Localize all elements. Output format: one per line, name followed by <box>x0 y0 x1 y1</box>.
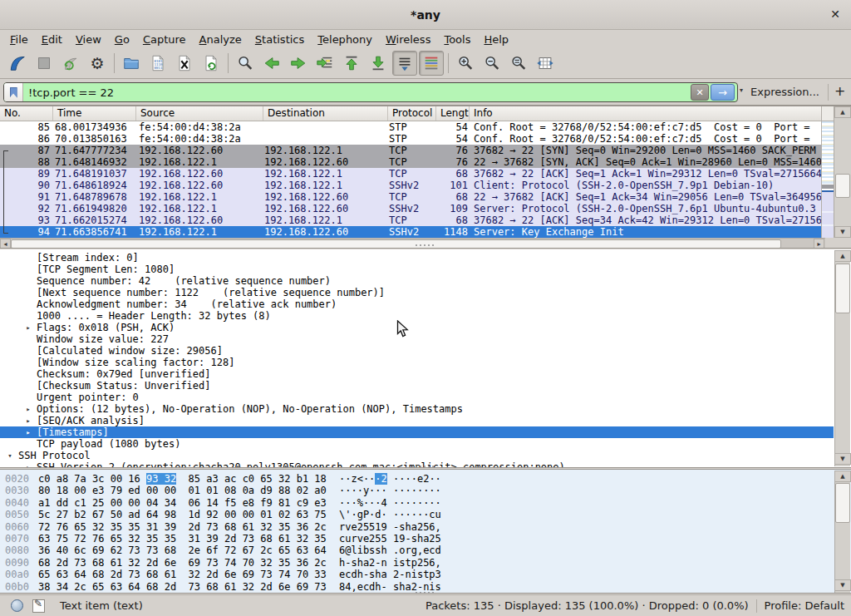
menu-item-tools[interactable]: Tools <box>437 32 477 47</box>
save-file-button[interactable]: 010111100011 <box>145 51 170 76</box>
detail-line[interactable]: [Calculated window size: 29056] <box>0 345 834 357</box>
packet-list-vscrollbar[interactable]: ▲ ▼ <box>834 106 851 238</box>
tree-toggle-icon[interactable]: ▸ <box>23 403 33 415</box>
reload-file-button[interactable] <box>199 51 224 76</box>
hex-row[interactable]: 006072 76 65 32 35 35 31 39 2d 73 68 61 … <box>0 521 441 533</box>
expression-button[interactable]: Expression... <box>750 86 819 98</box>
hex-row[interactable]: 0040a1 dd c1 25 00 00 04 34 06 14 f5 e8 … <box>0 497 441 509</box>
zoom-original-button[interactable] <box>506 51 531 76</box>
detail-line[interactable]: ▾SSH Protocol <box>0 450 834 461</box>
go-forward-button[interactable] <box>286 51 311 76</box>
scroll-up-icon[interactable]: ▲ <box>834 106 851 118</box>
column-header-time[interactable]: Time <box>53 106 136 121</box>
packet-list-hscrollbar[interactable]: ◂ ▸ <box>0 238 825 249</box>
hex-row[interactable]: 0020c0 a8 7a 3c 00 16 93 32 85 a3 ac c0 … <box>0 473 441 485</box>
add-filter-button[interactable]: + <box>834 83 845 99</box>
restart-capture-button[interactable] <box>58 51 83 76</box>
tree-toggle-icon[interactable]: ▸ <box>23 426 33 438</box>
packet-row[interactable]: 8771.647777234192.168.122.60192.168.122.… <box>0 145 821 156</box>
packet-list-header[interactable]: No. Time Source Destination Protocol Len… <box>0 106 821 121</box>
detail-line[interactable]: [Window size scaling factor: 128] <box>0 357 834 368</box>
detail-line[interactable]: 1000 .... = Header Length: 32 bytes (8) <box>0 310 834 322</box>
menu-item-edit[interactable]: Edit <box>35 32 69 47</box>
detail-line[interactable]: ▸Options: (12 bytes), No-Operation (NOP)… <box>0 403 834 415</box>
scrollbar-thumb[interactable] <box>835 264 850 313</box>
packet-row[interactable]: 8670.013850163fe:54:00:d4:38:2aSTP54Conf… <box>0 133 821 145</box>
menu-item-statistics[interactable]: Statistics <box>248 32 311 47</box>
column-header-protocol[interactable]: Protocol <box>388 106 436 121</box>
column-header-no[interactable]: No. <box>0 106 53 121</box>
filter-apply-button[interactable]: → <box>711 84 735 101</box>
detail-line[interactable]: Acknowledgment number: 34 (relative ack … <box>0 298 834 310</box>
close-file-button[interactable] <box>172 51 197 76</box>
packet-row[interactable]: 9071.648618924192.168.122.60192.168.122.… <box>0 180 821 191</box>
detail-vscrollbar[interactable]: ▲ ▼ <box>834 250 850 466</box>
tree-toggle-icon[interactable]: ▸ <box>23 322 33 333</box>
pane-splitter-handle[interactable] <box>416 466 434 468</box>
display-filter-input[interactable]: !tcp.port == 22 ✕ → <box>3 82 738 102</box>
column-header-source[interactable]: Source <box>136 106 263 121</box>
packet-row[interactable]: 8871.648146932192.168.122.1192.168.122.6… <box>0 156 821 168</box>
filter-clear-button[interactable]: ✕ <box>691 84 709 101</box>
bytes-vscrollbar[interactable]: ▲ ▼ <box>834 471 850 593</box>
scroll-right-icon[interactable]: ▸ <box>814 239 824 249</box>
pane-splitter-handle[interactable] <box>416 244 434 247</box>
detail-line[interactable]: [Checksum Status: Unverified] <box>0 380 834 392</box>
menu-item-capture[interactable]: Capture <box>136 32 193 47</box>
packet-row[interactable]: 8971.648191037192.168.122.60192.168.122.… <box>0 168 821 180</box>
find-packet-button[interactable] <box>233 51 258 76</box>
menu-item-go[interactable]: Go <box>108 32 136 47</box>
detail-line[interactable]: ▸[Timestamps] <box>0 426 834 438</box>
scrollbar-thumb[interactable] <box>11 239 781 249</box>
menu-item-view[interactable]: View <box>69 32 108 47</box>
scroll-down-icon[interactable]: ▼ <box>834 226 851 238</box>
detail-line[interactable]: ▸Flags: 0x018 (PSH, ACK) <box>0 322 834 333</box>
profile-label[interactable]: Profile: Default <box>765 599 844 612</box>
scrollbar-thumb[interactable] <box>835 483 850 523</box>
go-to-top-button[interactable] <box>339 51 364 76</box>
detail-line[interactable]: [TCP Segment Len: 1080] <box>0 264 834 275</box>
start-capture-button[interactable] <box>5 51 30 76</box>
resize-columns-button[interactable] <box>533 51 558 76</box>
menu-item-wireless[interactable]: Wireless <box>379 32 437 47</box>
packet-row[interactable]: 8568.001734936fe:54:00:d4:38:2aSTP54Conf… <box>0 121 821 133</box>
go-to-bottom-button[interactable] <box>366 51 391 76</box>
hex-row[interactable]: 009068 2d 73 68 61 32 2d 6e 69 73 74 70 … <box>0 557 441 569</box>
capture-options-button[interactable]: ⚙ <box>85 51 110 76</box>
packet-row[interactable]: 9371.662015274192.168.122.60192.168.122.… <box>0 214 821 226</box>
menu-item-help[interactable]: Help <box>477 32 515 47</box>
go-to-packet-button[interactable] <box>312 51 337 76</box>
scrollbar-thumb[interactable] <box>835 174 850 198</box>
title-bar[interactable]: *any ✕ <box>0 0 851 30</box>
tree-toggle-icon[interactable]: ▸ <box>23 461 33 468</box>
expert-info-icon[interactable] <box>11 599 23 612</box>
auto-scroll-toggle[interactable] <box>392 51 417 76</box>
detail-line[interactable]: Window size value: 227 <box>0 333 834 345</box>
zoom-out-button[interactable] <box>480 51 504 76</box>
stop-capture-button[interactable] <box>32 51 57 76</box>
column-header-length[interactable]: Length <box>436 106 470 121</box>
hex-row[interactable]: 007063 75 72 76 65 32 35 35 31 39 2d 73 … <box>0 533 441 545</box>
detail-line[interactable]: [Stream index: 0] <box>0 252 834 264</box>
filter-value[interactable]: !tcp.port == 22 <box>23 86 691 99</box>
filter-history-dropdown[interactable]: ▾ <box>740 86 743 94</box>
scroll-down-icon[interactable]: ▼ <box>834 453 851 465</box>
packet-row[interactable]: 9471.663856741192.168.122.1192.168.122.6… <box>0 226 821 238</box>
scroll-up-icon[interactable]: ▲ <box>834 471 851 482</box>
hex-row[interactable]: 003080 18 00 e3 79 ed 00 00 01 01 08 0a … <box>0 485 441 496</box>
filter-bookmark-button[interactable] <box>4 83 23 101</box>
capture-comment-icon[interactable]: ✎ <box>32 599 45 613</box>
packet-list-minimap[interactable] <box>821 121 834 238</box>
packet-row[interactable]: 9171.648789678192.168.122.1192.168.122.6… <box>0 191 821 203</box>
menu-item-analyze[interactable]: Analyze <box>193 32 248 47</box>
hex-row[interactable]: 008036 40 6c 69 62 73 73 68 2e 6f 72 67 … <box>0 545 441 556</box>
column-header-info[interactable]: Info <box>470 106 821 121</box>
detail-line[interactable]: Checksum: 0x79ed [unverified] <box>0 368 834 380</box>
open-file-button[interactable] <box>119 51 144 76</box>
zoom-in-button[interactable] <box>453 51 478 76</box>
close-icon[interactable]: ✕ <box>830 7 840 21</box>
menu-item-telephony[interactable]: Telephony <box>311 32 379 47</box>
menu-item-file[interactable]: File <box>3 32 35 47</box>
packet-row[interactable]: 9271.661949820192.168.122.1192.168.122.6… <box>0 203 821 214</box>
tree-toggle-icon[interactable]: ▸ <box>23 415 33 426</box>
